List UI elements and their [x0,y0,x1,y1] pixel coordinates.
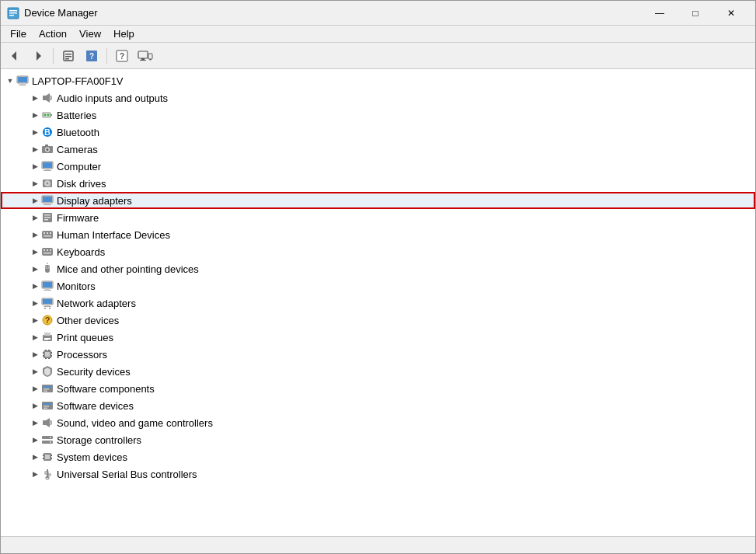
softwaredev-expand: ▶ [29,399,41,412]
device-manager-window: Device Manager — □ ✕ File Action View He… [0,0,756,554]
tree-item-other[interactable]: ▶ ? Other devices [1,312,755,329]
tree-item-diskdrives[interactable]: ▶ Disk drives [1,175,755,192]
sound-icon [41,416,54,429]
svg-rect-2 [9,12,17,14]
processors-label: Processors [57,349,107,361]
svg-rect-94 [44,391,47,392]
bluetooth-expand: ▶ [29,126,41,138]
monitors-expand: ▶ [29,280,41,292]
menu-help[interactable]: Help [107,26,141,41]
tree-item-usb[interactable]: ▶ Universal Serial Bus controllers [1,465,755,483]
menu-file[interactable]: File [4,26,33,41]
back-button[interactable] [4,46,26,66]
status-bar [1,536,755,553]
svg-marker-5 [37,51,41,61]
bluetooth-label: Bluetooth [57,127,99,138]
firmware-expand: ▶ [29,211,41,224]
tree-root[interactable]: ▼ LAPTOP-FFA00F1V [1,72,755,89]
svg-rect-106 [45,455,50,459]
svg-rect-28 [47,114,50,117]
batteries-label: Batteries [57,110,96,121]
toolbar: ? ? [1,43,755,69]
close-button[interactable]: ✕ [713,1,749,26]
tree-item-cameras[interactable]: ▶ Cameras [1,141,755,158]
tree-item-mice[interactable]: ▶ Mice and other pointing devices [1,260,755,277]
svg-rect-60 [44,253,51,254]
computer-label: Computer [57,161,101,172]
svg-rect-16 [140,60,146,61]
tree-item-software[interactable]: ▶ Software components [1,380,755,397]
svg-rect-1 [9,10,17,12]
tree-item-displayadapters[interactable]: ▶ Display adapters [1,192,755,209]
tree-item-firmware[interactable]: ▶ Firmware [1,209,755,226]
tree-item-sound[interactable]: ▶ Sound, video and game controllers [1,414,755,431]
tree-item-system[interactable]: ▶ System devices [1,448,755,465]
audio-expand: ▶ [29,92,41,104]
security-label: Security devices [57,366,131,378]
tree-item-computer[interactable]: ▶ Computer [1,158,755,175]
softwaredev-icon [41,399,54,412]
softwaredev-label: Software devices [57,400,134,412]
tree-item-audio[interactable]: ▶ Audio inputs and outputs [1,89,755,106]
svg-rect-86 [51,355,52,357]
svg-rect-50 [44,219,48,221]
svg-rect-71 [45,305,50,306]
svg-rect-22 [19,85,26,85]
tree-item-hid[interactable]: ▶ Human Interface Devices [1,226,755,243]
menu-action[interactable]: Action [33,26,73,41]
svg-rect-18 [150,59,152,61]
tree-item-security[interactable]: ▶ Security devices [1,363,755,380]
diskdrives-label: Disk drives [57,178,106,190]
forward-button[interactable] [27,46,49,66]
svg-rect-73 [44,308,46,309]
monitors-icon [41,280,54,292]
software-expand: ▶ [29,382,41,395]
svg-rect-59 [50,249,51,251]
svg-rect-80 [44,340,48,340]
title-bar: Device Manager — □ ✕ [1,1,755,26]
svg-rect-45 [45,203,50,204]
keyboards-label: Keyboards [57,246,105,258]
tree-item-bluetooth[interactable]: ▶ B Bluetooth [1,124,755,141]
hid-expand: ▶ [29,228,41,241]
svg-rect-8 [65,56,71,57]
monitors-label: Monitors [57,280,96,292]
svg-rect-89 [45,358,47,359]
svg-rect-44 [43,197,52,202]
menu-view[interactable]: View [73,26,107,41]
svg-rect-70 [43,299,52,304]
svg-point-104 [50,441,51,443]
tree-item-monitors[interactable]: ▶ Monitors [1,277,755,294]
toolbar-sep-2 [106,48,107,64]
tree-item-batteries[interactable]: ▶ Batteries [1,106,755,124]
tree-item-keyboards[interactable]: ▶ Keyboards [1,243,755,260]
keyboards-expand: ▶ [29,246,41,258]
maximize-button[interactable]: □ [678,1,713,26]
svg-rect-74 [49,308,51,309]
keyboards-icon [41,246,54,258]
computer-icon [16,75,29,87]
firmware-label: Firmware [57,212,99,224]
svg-rect-66 [43,282,52,287]
update-button[interactable]: ? [81,46,103,66]
help-button[interactable]: ? [111,46,133,66]
svg-rect-82 [45,352,50,357]
svg-rect-49 [44,217,51,218]
svg-rect-72 [44,306,51,307]
svg-rect-67 [45,288,50,290]
svg-rect-46 [44,204,51,205]
svg-rect-92 [44,386,51,388]
tree-item-storage[interactable]: ▶ Storage controllers [1,431,755,448]
minimize-button[interactable]: — [642,1,678,26]
root-expand-arrow: ▼ [4,75,16,87]
mice-label: Mice and other pointing devices [57,263,199,275]
tree-item-print[interactable]: ▶ Print queues [1,329,755,346]
properties-button[interactable] [57,46,79,66]
network-label: Network adapters [57,298,136,309]
tree-item-processors[interactable]: ▶ Processors [1,346,755,363]
tree-item-softwaredev[interactable]: ▶ Software devices [1,397,755,414]
devices-button[interactable] [134,46,156,66]
tree-item-network[interactable]: ▶ Network adapters [1,294,755,312]
svg-text:?: ? [45,315,51,325]
svg-rect-96 [44,403,51,405]
